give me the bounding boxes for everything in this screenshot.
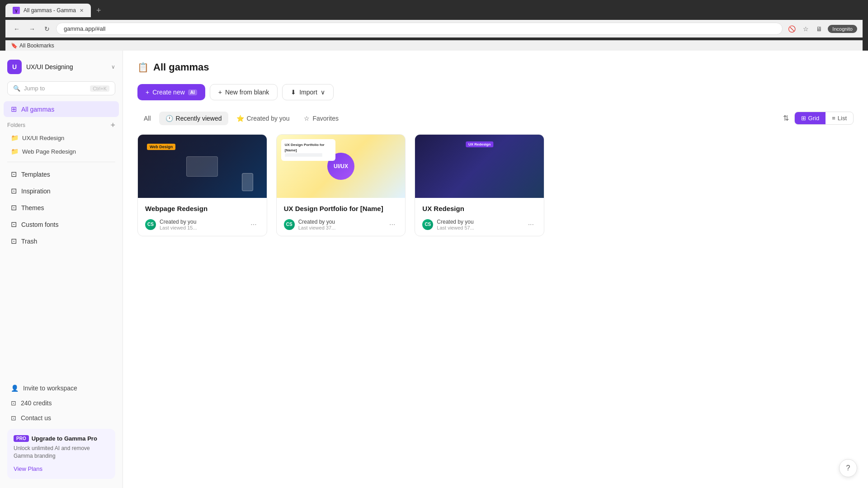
invite-workspace-btn[interactable]: 👤 Invite to workspace [4, 381, 119, 395]
thumb-content-3: UX Redesign [415, 135, 544, 198]
tab-title: All gammas - Gamma [24, 7, 76, 14]
bookmarks-label: All Bookmarks [19, 42, 54, 49]
card-menu-btn-3[interactable]: ··· [525, 220, 537, 230]
list-view-btn[interactable]: ≡ List [826, 112, 853, 124]
bookmark-star-btn[interactable]: ☆ [801, 23, 811, 34]
filter-created-by-you-label: Created by you [247, 115, 290, 122]
sidebar-item-all-gammas[interactable]: ⊞ All gammas [4, 101, 119, 117]
sort-btn[interactable]: ⇅ [780, 111, 792, 125]
pro-title: Upgrade to Gamma Pro [32, 435, 97, 442]
sidebar-item-templates[interactable]: ⊡ Templates [4, 166, 119, 182]
contact-label: Contact us [21, 414, 51, 422]
create-new-btn[interactable]: + Create new AI [137, 84, 205, 100]
contact-btn[interactable]: ⊡ Contact us [4, 411, 119, 425]
sidebar-header: U UX/UI Designing ∨ [0, 56, 123, 80]
folder-item-uxui[interactable]: 📁 UX/UI Redesign [4, 131, 119, 144]
credits-icon: ⊡ [11, 399, 16, 407]
filter-recently-viewed-btn[interactable]: 🕐 Recently viewed [159, 112, 228, 125]
pro-label: PRO [14, 435, 29, 442]
import-btn[interactable]: ⬇ Import ∨ [282, 84, 334, 100]
main-content: 📋 All gammas + Create new AI + New from … [123, 51, 868, 488]
folder-item-webpage[interactable]: 📁 Web Page Redesign [4, 145, 119, 158]
thumb-badge: Web Design [147, 144, 175, 150]
card-menu-btn-1[interactable]: ··· [248, 220, 259, 230]
card-ux-redesign[interactable]: UX Redesign UX Redesign CS Created by yo… [415, 134, 544, 236]
card-menu-btn-2[interactable]: ··· [387, 220, 398, 230]
chevron-down-icon[interactable]: ∨ [111, 64, 115, 70]
filter-all-label: All [144, 115, 151, 122]
filter-all-btn[interactable]: All [137, 112, 157, 125]
new-tab-btn[interactable]: + [93, 6, 105, 15]
templates-icon: ⊡ [11, 170, 17, 178]
camera-off-icon[interactable]: 🚫 [786, 23, 797, 34]
tab-favicon: γ [13, 7, 20, 14]
list-icon: ≡ [832, 115, 835, 122]
card-title-3: UX Redesign [422, 204, 537, 213]
credits-btn[interactable]: ⊡ 240 credits [4, 396, 119, 410]
tab-close-btn[interactable]: ✕ [80, 8, 84, 14]
favorites-icon: ☆ [304, 115, 310, 122]
card-title-2: UX Design Portfolio for [Name] [284, 204, 398, 213]
add-folder-btn[interactable]: + [110, 121, 115, 129]
browser-actions: 🚫 ☆ 🖥 Incognito [786, 23, 857, 34]
trash-label: Trash [21, 238, 37, 245]
search-shortcut: Ctrl+K [90, 85, 109, 92]
card-body-1: Webpage Redesign CS Created by you Last … [138, 198, 267, 236]
card-thumbnail-3: UX Redesign [415, 135, 544, 198]
view-btn-group: ⊞ Grid ≡ List [794, 112, 854, 125]
back-btn[interactable]: ← [11, 23, 23, 34]
import-icon: ⬇ [291, 89, 296, 96]
refresh-btn[interactable]: ↻ [42, 23, 52, 34]
sidebar-item-custom-fonts[interactable]: ⊡ Custom fonts [4, 216, 119, 232]
sidebar-item-inspiration[interactable]: ⊡ Inspiration [4, 183, 119, 199]
trash-icon: ⊡ [11, 237, 17, 245]
sidebar-item-trash[interactable]: ⊡ Trash [4, 233, 119, 249]
sidebar: U UX/UI Designing ∨ 🔍 Jump to Ctrl+K ⊞ A… [0, 51, 123, 488]
thumb-device [186, 156, 218, 177]
card-ux-portfolio[interactable]: UX Design Portfolio for [Name] UI/UX UX … [276, 134, 406, 236]
author-info-3: Created by you Last viewed 57... [437, 219, 474, 230]
help-btn[interactable]: ? [839, 459, 857, 477]
card-thumbnail-1: Web Design [138, 135, 267, 198]
import-chevron-icon: ∨ [321, 89, 325, 96]
author-info-2: Created by you Last viewed 37... [298, 219, 336, 230]
custom-fonts-label: Custom fonts [21, 221, 58, 228]
filter-favorites-btn[interactable]: ☆ Favorites [297, 112, 345, 125]
view-plans-btn[interactable]: View Plans [14, 465, 42, 472]
create-new-label: Create new [152, 89, 185, 96]
search-placeholder: Jump to [24, 85, 86, 92]
author-avatar-2: CS [284, 219, 295, 230]
recently-viewed-icon: 🕐 [165, 115, 173, 122]
page-icon: 📋 [137, 62, 149, 73]
workspace-info: U UX/UI Designing [7, 60, 73, 74]
thumb-ux-badge: UX Redesign [466, 141, 493, 147]
grid-view-btn[interactable]: ⊞ Grid [795, 112, 826, 124]
search-box[interactable]: 🔍 Jump to Ctrl+K [7, 81, 115, 95]
plus-icon: + [146, 89, 149, 96]
forward-btn[interactable]: → [26, 23, 38, 34]
filter-tabs: All 🕐 Recently viewed ⭐ Created by you ☆… [137, 111, 854, 125]
folder-icon: 📁 [11, 134, 19, 141]
card-author-2: CS Created by you Last viewed 37... [284, 219, 336, 230]
invite-icon: 👤 [11, 385, 19, 392]
last-viewed-2: Last viewed 37... [298, 225, 336, 230]
address-bar[interactable]: gamma.app/#all [56, 23, 783, 35]
all-gammas-label: All gammas [21, 106, 54, 113]
filter-favorites-label: Favorites [312, 115, 339, 122]
author-name-1: Created by you [160, 219, 197, 225]
incognito-badge: Incognito [828, 25, 857, 33]
thumb-card-mini: UX Design Portfolio for [Name] [281, 139, 335, 161]
pro-badge: PRO Upgrade to Gamma Pro [14, 435, 109, 442]
sidebar-bottom: 👤 Invite to workspace ⊡ 240 credits ⊡ Co… [0, 377, 123, 483]
help-icon: ? [846, 464, 850, 472]
pro-description: Unlock unlimited AI and remove Gamma bra… [14, 445, 109, 460]
new-from-blank-btn[interactable]: + New from blank [210, 84, 278, 100]
active-tab[interactable]: γ All gammas - Gamma ✕ [5, 4, 91, 17]
filter-created-by-you-btn[interactable]: ⭐ Created by you [230, 112, 296, 125]
bookmarks-bar: 🔖 All Bookmarks [5, 40, 863, 51]
thumb-content-2: UX Design Portfolio for [Name] UI/UX [277, 135, 406, 198]
folder-icon: 📁 [11, 148, 19, 155]
screen-share-btn[interactable]: 🖥 [814, 23, 824, 34]
sidebar-item-themes[interactable]: ⊡ Themes [4, 200, 119, 216]
card-webpage-redesign[interactable]: Web Design Webpage Redesign CS Cre [137, 134, 267, 236]
